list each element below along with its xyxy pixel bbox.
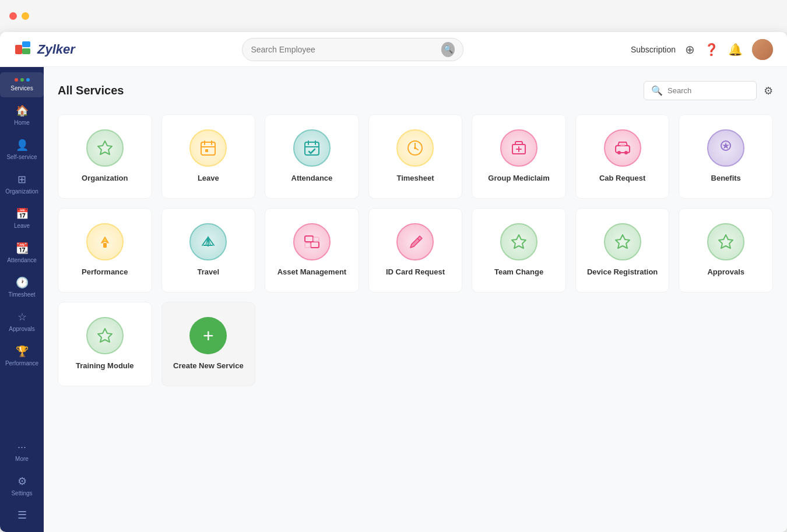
service-card-timesheet[interactable]: Timesheet — [368, 114, 463, 199]
service-label-attendance: Attendance — [291, 174, 333, 184]
service-label-benefits: Benefits — [711, 174, 741, 184]
attendance-icon: 📆 — [16, 242, 29, 255]
service-card-team-change[interactable]: Team Change — [472, 208, 566, 293]
employee-search-bar[interactable]: 🔍 — [242, 38, 463, 61]
sidebar-label-more: More — [15, 456, 29, 462]
team-change-icon — [510, 232, 528, 251]
service-label-training-module: Training Module — [76, 361, 134, 371]
settings-icon: ⚙ — [17, 475, 27, 488]
sidebar-item-home[interactable]: 🏠 Home — [0, 98, 44, 132]
svg-marker-3 — [98, 141, 112, 154]
training-module-icon-circle — [86, 317, 124, 354]
sidebar-item-services[interactable]: Services — [0, 72, 44, 97]
group-mediclaim-icon — [510, 139, 528, 157]
sidebar: Services 🏠 Home 👤 Self-service ⊞ Organiz… — [0, 67, 44, 532]
service-card-attendance[interactable]: Attendance — [265, 114, 359, 199]
service-card-performance[interactable]: Performance — [58, 208, 152, 293]
service-card-id-card-request[interactable]: ID Card Request — [368, 208, 463, 293]
search-icon: 🔍 — [444, 45, 453, 54]
bell-icon[interactable]: 🔔 — [728, 43, 743, 57]
avatar-image — [752, 39, 773, 60]
service-card-asset-management[interactable]: Asset Management — [265, 208, 359, 293]
service-label-travel: Travel — [198, 267, 220, 277]
avatar[interactable] — [752, 39, 773, 60]
service-label-asset-management: Asset Management — [277, 267, 346, 277]
create-new-icon-circle: + — [189, 317, 227, 354]
travel-icon-circle — [189, 223, 227, 260]
sidebar-item-organization[interactable]: ⊞ Organization — [0, 167, 44, 200]
service-card-create-new[interactable]: + Create New Service — [161, 302, 256, 386]
services-dots — [15, 78, 30, 82]
sidebar-item-settings[interactable]: ⚙ Settings — [0, 469, 44, 502]
approvals-icon: ☆ — [17, 311, 27, 323]
svg-marker-37 — [98, 329, 112, 342]
service-card-training-module[interactable]: Training Module — [58, 302, 152, 386]
svg-rect-8 — [205, 149, 208, 152]
svg-rect-31 — [305, 243, 310, 248]
titlebar — [0, 0, 787, 32]
cab-request-icon-circle — [604, 129, 641, 167]
training-module-icon — [96, 326, 114, 345]
svg-rect-4 — [201, 142, 215, 155]
organization-icon — [96, 139, 114, 157]
sidebar-item-timesheet[interactable]: 🕐 Timesheet — [0, 270, 44, 304]
svg-rect-20 — [616, 146, 630, 153]
timesheet-icon-circle — [396, 129, 434, 167]
service-label-device-registration: Device Registration — [587, 267, 658, 277]
timesheet-icon: 🕐 — [16, 276, 29, 289]
app-window: Zylker 🔍 Subscription ⊕ ❓ 🔔 — [0, 32, 787, 532]
performance-icon-circle — [86, 223, 124, 260]
plus-icon[interactable]: ⊕ — [685, 43, 695, 57]
service-card-travel[interactable]: Travel — [161, 208, 256, 293]
sidebar-label-approvals: Approvals — [9, 326, 34, 332]
minimize-dot[interactable] — [22, 12, 29, 20]
sidebar-item-approvals[interactable]: ☆ Approvals — [0, 305, 44, 338]
home-icon: 🏠 — [16, 104, 29, 117]
help-icon[interactable]: ❓ — [704, 43, 719, 57]
team-change-icon-circle — [500, 223, 537, 260]
svg-marker-36 — [719, 235, 733, 248]
benefits-icon — [716, 139, 735, 157]
sidebar-label-home: Home — [14, 119, 30, 126]
service-card-organization[interactable]: Organization — [58, 114, 152, 199]
sidebar-item-self-service[interactable]: 👤 Self-service — [0, 133, 44, 166]
attendance-icon — [303, 139, 321, 157]
approvals-icon — [716, 232, 735, 251]
dot-green — [20, 78, 24, 82]
svg-rect-30 — [311, 242, 319, 248]
svg-marker-34 — [512, 235, 526, 248]
leave-icon-circle — [189, 129, 227, 167]
services-search-input[interactable] — [667, 86, 749, 95]
gear-icon[interactable]: ⚙ — [764, 84, 773, 97]
service-label-organization: Organization — [82, 174, 128, 184]
dot-blue — [26, 78, 30, 82]
sidebar-label-services: Services — [10, 85, 33, 91]
sidebar-item-attendance[interactable]: 📆 Attendance — [0, 236, 44, 269]
service-card-group-mediclaim[interactable]: Group Mediclaim — [472, 114, 566, 199]
sidebar-menu-button[interactable]: ☰ — [14, 503, 30, 527]
svg-point-22 — [624, 151, 628, 154]
close-dot[interactable] — [9, 12, 17, 20]
content-header-right: 🔍 ⚙ — [644, 81, 773, 100]
services-search-box[interactable]: 🔍 — [644, 81, 757, 100]
svg-marker-35 — [616, 235, 630, 248]
leave-icon: 📅 — [16, 207, 29, 220]
content-area: All Services 🔍 ⚙ — [44, 67, 787, 532]
sidebar-label-attendance: Attendance — [7, 257, 37, 263]
service-label-id-card-request: ID Card Request — [386, 267, 445, 277]
sidebar-item-more[interactable]: ··· More — [0, 435, 44, 468]
service-label-approvals: Approvals — [707, 267, 744, 277]
employee-search-button[interactable]: 🔍 — [441, 42, 455, 57]
service-card-cab-request[interactable]: Cab Request — [575, 114, 670, 199]
content-header: All Services 🔍 ⚙ — [58, 81, 773, 100]
service-card-benefits[interactable]: Benefits — [679, 114, 773, 199]
logo-icon — [14, 40, 33, 59]
service-card-leave[interactable]: Leave — [161, 114, 256, 199]
sidebar-item-leave[interactable]: 📅 Leave — [0, 202, 44, 235]
top-header: Zylker 🔍 Subscription ⊕ ❓ 🔔 — [0, 32, 787, 67]
service-card-device-registration[interactable]: Device Registration — [575, 208, 670, 293]
employee-search-input[interactable] — [251, 45, 436, 54]
service-card-approvals[interactable]: Approvals — [679, 208, 773, 293]
sidebar-item-performance[interactable]: 🏆 Performance — [0, 339, 44, 372]
sidebar-label-performance: Performance — [5, 360, 38, 367]
